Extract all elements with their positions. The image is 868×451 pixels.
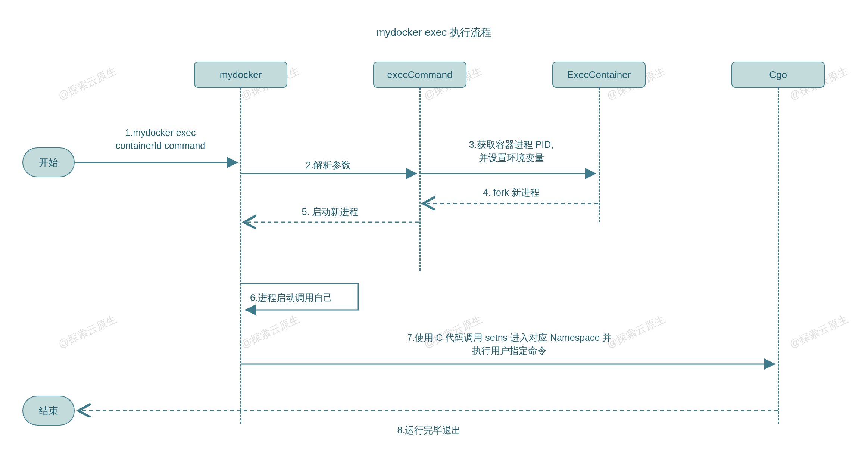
msg-1-text1: 1.mydocker exec (125, 127, 196, 138)
msg-1: 1.mydocker exec containerId command (95, 126, 226, 152)
msg-6: 6.进程启动调用自己 (250, 291, 355, 304)
lifeline-execCommand (419, 88, 421, 271)
msg-7-text2: 执行用户指定命令 (472, 345, 547, 356)
msg-7-text1: 7.使用 C 代码调用 setns 进入对应 Namespace 并 (407, 332, 612, 343)
participant-execContainer: ExecContainer (552, 62, 646, 88)
msg-3-text1: 3.获取容器进程 PID, (469, 139, 553, 150)
terminal-end: 结束 (22, 396, 75, 426)
lifeline-mydocker (240, 88, 241, 424)
watermark: @探索云原生 (56, 312, 119, 352)
lifeline-execContainer (599, 88, 600, 222)
participant-execCommand: execCommand (373, 62, 466, 88)
msg-4: 4. fork 新进程 (448, 186, 575, 199)
diagram-title: mydocker exec 执行流程 (377, 25, 491, 40)
msg-8: 8.运行完毕退出 (373, 424, 485, 437)
watermark: @探索云原生 (787, 312, 850, 352)
sequence-diagram: mydocker exec 执行流程 @探索云原生 @探索云原生 @探索云原生 … (0, 0, 868, 451)
watermark: @探索云原生 (56, 64, 119, 103)
msg-5: 5. 启动新进程 (282, 205, 379, 218)
participant-cgo: Cgo (731, 62, 825, 88)
msg-1-text2: containerId command (116, 140, 205, 151)
terminal-start: 开始 (22, 147, 75, 177)
msg-2: 2.解析参数 (280, 159, 377, 172)
msg-3: 3.获取容器进程 PID, 并设置环境变量 (431, 138, 591, 164)
msg-7: 7.使用 C 代码调用 setns 进入对应 Namespace 并 执行用户指… (291, 331, 728, 357)
msg-3-text2: 并设置环境变量 (479, 152, 544, 163)
participant-mydocker: mydocker (194, 62, 287, 88)
lifeline-cgo (778, 88, 779, 424)
